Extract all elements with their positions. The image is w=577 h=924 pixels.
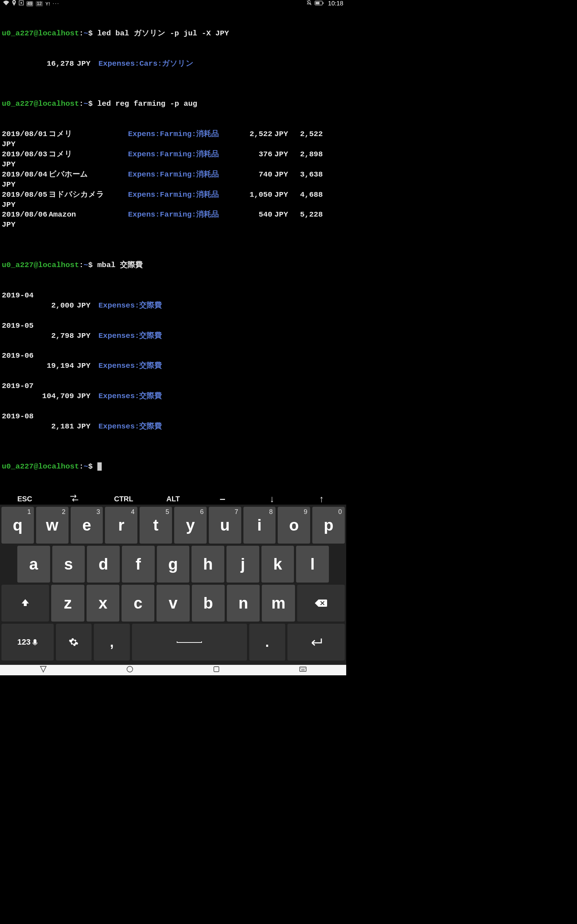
symbols-key[interactable]: 123 [2,624,54,661]
key-f[interactable]: f [122,546,155,583]
svg-rect-4 [316,2,319,4]
key-d[interactable]: d [87,546,120,583]
key-v[interactable]: v [156,585,189,622]
key-a[interactable]: a [17,546,50,583]
soft-keyboard: q1w2e3r4t5y6u7i8o9p0 asdfghjkl zxcvbnm 1… [0,505,346,665]
key-m[interactable]: m [262,585,295,622]
mbal-row: 2,000JPYExpenses:交際費 [2,300,344,311]
svg-rect-2 [21,2,22,3]
key-y[interactable]: y6 [174,507,206,544]
svg-point-6 [127,666,133,672]
mbal-period: 2019-05 [2,321,344,331]
key-c[interactable]: c [121,585,154,622]
key-t[interactable]: t5 [140,507,172,544]
register-row: 2019/08/06AmazonExpens:Farming:消耗品540JPY… [2,210,344,220]
esc-key[interactable]: ESC [0,495,49,503]
mbal-row: 104,709JPYExpenses:交際費 [2,391,344,401]
mbal-row: 19,194JPYExpenses:交際費 [2,361,344,371]
reg-running: 3,638 [290,170,323,180]
key-b[interactable]: b [192,585,225,622]
reg-account: Expens:Farming:消耗品 [128,190,233,200]
comma-key[interactable]: , [94,624,130,661]
key-w[interactable]: w2 [36,507,69,544]
mbal-row: 2,181JPYExpenses:交際費 [2,422,344,432]
mbal-account: Expenses:交際費 [93,392,162,400]
reg-date: 2019/08/01 [2,129,49,139]
nav-keyboard-button[interactable] [298,665,307,675]
key-k[interactable]: k [261,546,294,583]
calendar-badge: 12 [36,1,43,6]
nav-back-button[interactable] [39,665,48,675]
reg-amount: 1,050 [233,190,272,200]
backspace-key[interactable] [297,585,345,622]
reg-date: 2019/08/03 [2,149,49,160]
svg-rect-5 [323,2,324,4]
period-key[interactable]: . [249,624,285,661]
cmd-1: led bal ガソリン -p jul -X JPY [97,29,229,37]
mbal-period: 2019-06 [2,351,344,361]
cmd-2: led reg farming -p aug [97,100,197,108]
terminal-extra-keys: ESC CTRL ALT – ↓ ↑ [0,493,346,505]
key-i[interactable]: i8 [243,507,276,544]
register-row: 2019/08/04ビバホームExpens:Farming:消耗品740JPY3… [2,170,344,180]
location-icon [12,0,16,7]
nav-home-button[interactable] [126,665,134,675]
key-q[interactable]: q1 [2,507,34,544]
key-z[interactable]: z [51,585,84,622]
status-bar: 49 12 Y! ··· 10:18 [0,0,346,7]
arrow-down-key[interactable]: ↓ [247,493,297,505]
key-r[interactable]: r4 [105,507,137,544]
clock: 10:18 [328,0,343,7]
reg-amount: 376 [233,149,272,160]
account-link: Expenses:Cars:ガソリン [93,60,193,68]
key-n[interactable]: n [227,585,259,622]
notification-count-badge: 49 [26,1,33,6]
cursor [97,462,102,471]
cmd-3: mbal 交際費 [97,261,143,269]
reg-date: 2019/08/04 [2,170,49,180]
mbal-row: 2,798JPYExpenses:交際費 [2,331,344,341]
wifi-icon [3,0,10,7]
alt-key[interactable]: ALT [148,495,198,503]
nav-recents-button[interactable] [212,665,221,675]
mbal-period: 2019-04 [2,291,344,300]
space-key[interactable] [132,624,247,661]
reg-account: Expens:Farming:消耗品 [128,170,233,180]
key-h[interactable]: h [192,546,224,583]
reg-account: Expens:Farming:消耗品 [128,210,233,220]
reg-payee: ビバホーム [49,170,128,180]
key-u[interactable]: u7 [209,507,241,544]
tab-key[interactable] [49,494,99,504]
reg-date: 2019/08/05 [2,190,49,200]
arrow-up-key[interactable]: ↑ [297,493,346,505]
settings-key[interactable] [56,624,92,661]
register-row: 2019/08/03コメリExpens:Farming:消耗品376JPY2,8… [2,149,344,160]
reg-amount: 740 [233,170,272,180]
yahoo-icon: Y! [45,1,50,6]
key-l[interactable]: l [296,546,329,583]
reg-amount: 2,522 [233,129,272,139]
reg-account: Expens:Farming:消耗品 [128,129,233,139]
key-s[interactable]: s [52,546,85,583]
prompt-user: u0_a227@localhost [2,29,79,37]
shift-key[interactable] [2,585,49,622]
reg-payee: ヨドバシカメラ [49,190,128,200]
mbal-account: Expenses:交際費 [93,332,162,340]
reg-running: 2,522 [290,129,323,139]
key-o[interactable]: o9 [278,507,310,544]
mute-icon [306,0,312,7]
terminal-output[interactable]: u0_a227@localhost:~$ led bal ガソリン -p jul… [0,7,346,493]
mbal-period: 2019-08 [2,412,344,422]
key-e[interactable]: e3 [71,507,103,544]
enter-key[interactable] [287,624,345,661]
svg-rect-7 [214,667,219,672]
key-g[interactable]: g [157,546,190,583]
key-j[interactable]: j [226,546,259,583]
mbal-period: 2019-07 [2,381,344,391]
svg-point-0 [13,1,15,3]
key-p[interactable]: p0 [312,507,345,544]
ctrl-key[interactable]: CTRL [99,495,148,503]
svg-rect-8 [300,667,306,671]
key-x[interactable]: x [87,585,119,622]
dash-key[interactable]: – [198,493,247,505]
